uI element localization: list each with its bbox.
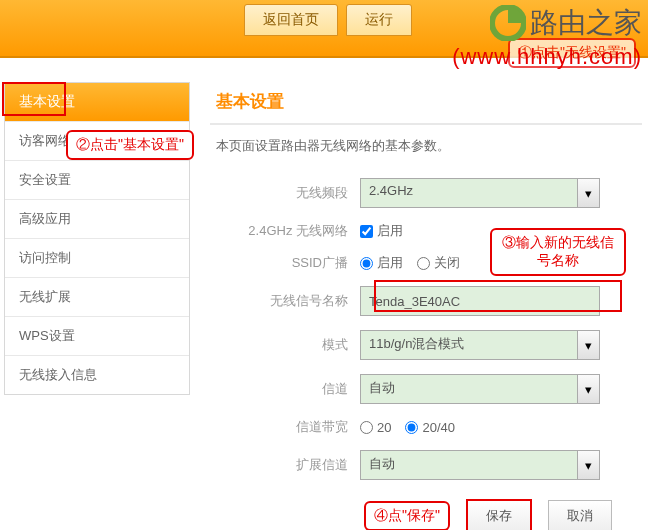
logo-icon bbox=[490, 5, 526, 41]
sidebar-item-extend[interactable]: 无线扩展 bbox=[5, 277, 189, 316]
watermark-title: 路由之家 bbox=[530, 4, 642, 42]
page-desc: 本页面设置路由器无线网络的基本参数。 bbox=[210, 125, 642, 171]
select-channel[interactable]: 自动 bbox=[360, 374, 600, 404]
select-band[interactable]: 2.4GHz bbox=[360, 178, 600, 208]
topbar-run-button[interactable]: 运行 bbox=[346, 4, 412, 36]
watermark: 路由之家 (www.hhhyh.com) bbox=[452, 4, 642, 70]
input-ssid[interactable] bbox=[360, 286, 600, 316]
label-ssidbc: SSID广播 bbox=[210, 254, 360, 272]
label-bw: 信道带宽 bbox=[210, 418, 360, 436]
radio-ssidbc-on[interactable] bbox=[360, 257, 373, 270]
save-button[interactable]: 保存 bbox=[466, 499, 532, 530]
sidebar-item-wps[interactable]: WPS设置 bbox=[5, 316, 189, 355]
page-title: 基本设置 bbox=[210, 82, 642, 125]
callout-2: ②点击"基本设置" bbox=[66, 130, 194, 160]
checkbox-enable[interactable] bbox=[360, 225, 373, 238]
label-mode: 模式 bbox=[210, 336, 360, 354]
cancel-button[interactable]: 取消 bbox=[548, 500, 612, 530]
content: 基本设置 本页面设置路由器无线网络的基本参数。 无线频段 2.4GHz▾ 2.4… bbox=[210, 82, 642, 524]
label-ssid: 无线信号名称 bbox=[210, 292, 360, 310]
sidebar-item-access[interactable]: 访问控制 bbox=[5, 238, 189, 277]
select-mode[interactable]: 11b/g/n混合模式 bbox=[360, 330, 600, 360]
radio-bw-20[interactable] bbox=[360, 421, 373, 434]
label-channel: 信道 bbox=[210, 380, 360, 398]
sidebar: 基本设置 访客网络 安全设置 高级应用 访问控制 无线扩展 WPS设置 无线接入… bbox=[4, 82, 190, 395]
radio-ssidbc-off[interactable] bbox=[417, 257, 430, 270]
label-wireless: 2.4GHz 无线网络 bbox=[210, 222, 360, 240]
callout-4: ④点"保存" bbox=[364, 501, 450, 530]
sidebar-item-basic[interactable]: 基本设置 bbox=[5, 83, 189, 121]
radio-bw-2040[interactable] bbox=[405, 421, 418, 434]
watermark-url: (www.hhhyh.com) bbox=[452, 44, 642, 70]
sidebar-item-security[interactable]: 安全设置 bbox=[5, 160, 189, 199]
select-extch[interactable]: 自动 bbox=[360, 450, 600, 480]
topbar-home-button[interactable]: 返回首页 bbox=[244, 4, 338, 36]
sidebar-item-clients[interactable]: 无线接入信息 bbox=[5, 355, 189, 394]
callout-3: ③输入新的无线信号名称 bbox=[490, 228, 626, 276]
sidebar-item-advanced[interactable]: 高级应用 bbox=[5, 199, 189, 238]
label-band: 无线频段 bbox=[210, 184, 360, 202]
label-enable: 启用 bbox=[377, 222, 403, 240]
label-extch: 扩展信道 bbox=[210, 456, 360, 474]
